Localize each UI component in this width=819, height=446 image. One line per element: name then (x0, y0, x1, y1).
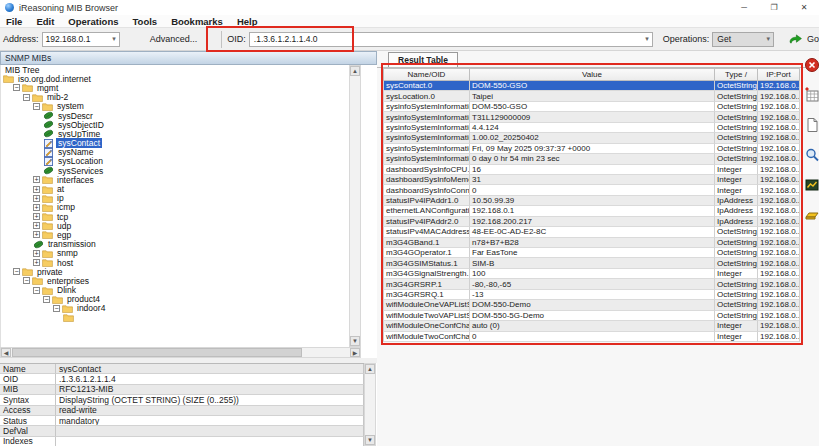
result-row-dashboardsysinfoconnecti-[interactable]: dashboardSysInfoConnecti...0Integer192.1… (383, 185, 800, 195)
result-row-sysinfosysteminformationf-[interactable]: sysinfoSystemInformationF...1.00.02_2025… (383, 133, 800, 143)
result-row-m3g4grsrq-1[interactable]: m3G4GRSRQ.1-13OctetString192.168.0... (383, 290, 800, 300)
properties-vertical-scrollbar[interactable]: ▲ ▼ (364, 363, 376, 446)
minimize-button[interactable]: ─ (729, 0, 759, 15)
expand-icon[interactable]: + (33, 213, 40, 220)
chevron-down-icon[interactable]: ▾ (766, 35, 773, 43)
result-row-statusipv4macaddress2-0[interactable]: statusIPv4MACAddress2.048-EE-0C-AD-E2-8C… (383, 227, 800, 237)
result-row-syslocation-0[interactable]: sysLocation.0TaipeiOctetString192.168.0.… (383, 91, 800, 101)
menu-operations[interactable]: Operations (68, 16, 118, 27)
collapse-icon[interactable]: − (13, 84, 20, 91)
tree-node-sysobjectid[interactable]: sysObjectID (1, 120, 349, 129)
result-row-statusipv4ipaddr1-0[interactable]: statusIPv4IPAddr1.010.50.99.39IpAddress1… (383, 196, 800, 206)
document-icon[interactable] (804, 117, 819, 133)
tree-node-partial[interactable] (1, 313, 349, 322)
result-row-dashboardsysinfomemory-0[interactable]: dashboardSysInfoMemory.031Integer192.168… (383, 175, 800, 185)
address-combobox[interactable]: 192.168.0.1 ▾ (42, 32, 120, 47)
scrollbar-thumb[interactable] (12, 348, 302, 357)
delete-icon[interactable] (804, 57, 819, 73)
menu-bookmarks[interactable]: Bookmarks (171, 16, 223, 27)
collapse-icon[interactable]: − (23, 94, 30, 101)
collapse-icon[interactable]: − (13, 268, 20, 275)
result-row-wifimoduleoneconfchann-[interactable]: wifiModuleOneConfChann...auto (0)Integer… (383, 321, 800, 331)
result-row-m3g4gsignalstrength-1[interactable]: m3G4GSignalStrength.1100Integer192.168.0… (383, 269, 800, 279)
chevron-down-icon[interactable]: ▾ (112, 35, 119, 43)
menu-help[interactable]: Help (237, 16, 258, 27)
scroll-right-icon[interactable]: ▶ (350, 348, 360, 357)
tree-node-sysuptime[interactable]: sysUpTime (1, 129, 349, 138)
collapse-icon[interactable]: − (43, 296, 50, 303)
tree-node-snmp[interactable]: +snmp (1, 249, 349, 258)
result-row-wifimoduletwovaplistss-[interactable]: wifiModuleTwoVAPListSS...DOM-550-5G-Demo… (383, 311, 800, 321)
result-row-syscontact-0[interactable]: sysContact.0DOM-550-GSOOctetString192.16… (383, 81, 800, 91)
tab-result-table[interactable]: Result Table (388, 52, 458, 67)
collapse-icon[interactable]: − (33, 287, 40, 294)
result-row-sysinfosysteminformations-[interactable]: sysinfoSystemInformationS...Fri, 09 May … (383, 144, 800, 154)
column-header-type-[interactable]: Type / (715, 68, 758, 81)
search-icon[interactable] (804, 147, 819, 163)
column-header-name-oid[interactable]: Name/OID (383, 68, 470, 81)
menu-tools[interactable]: Tools (132, 16, 157, 27)
tree-node-icmp[interactable]: +icmp (1, 203, 349, 212)
tree-node-at[interactable]: +at (1, 184, 349, 193)
tree-node-indoor4[interactable]: −indoor4 (1, 304, 349, 313)
tree-node-system[interactable]: −system (1, 102, 349, 111)
result-row-m3g4goperator-1[interactable]: m3G4GOperator.1Far EasToneOctetString192… (383, 248, 800, 258)
menu-file[interactable]: File (6, 16, 22, 27)
tree-node-interfaces[interactable]: +interfaces (1, 175, 349, 184)
advanced-button[interactable]: Advanced... (142, 32, 206, 46)
tree-node-syslocation[interactable]: sysLocation (1, 157, 349, 166)
tree-node-dlink[interactable]: −Dlink (1, 286, 349, 295)
tree-horizontal-scrollbar[interactable]: ◀ ▶ (0, 347, 361, 358)
result-row-m3g4gband-1[interactable]: m3G4GBand.1n78+B7+B28OctetString192.168.… (383, 238, 800, 248)
scroll-down-icon[interactable]: ▼ (365, 435, 375, 445)
expand-icon[interactable]: + (33, 204, 40, 211)
tree-node-mib-2[interactable]: −mib-2 (1, 93, 349, 102)
result-row-sysinfosysteminformation-[interactable]: sysinfoSystemInformation...DOM-550-GSOOc… (383, 102, 800, 112)
collapse-icon[interactable]: − (23, 277, 30, 284)
result-row-sysinfosysteminformation-[interactable]: sysinfoSystemInformation...4.4.124OctetS… (383, 123, 800, 133)
tree-node-sysname[interactable]: sysName (1, 148, 349, 157)
scroll-left-icon[interactable]: ◀ (1, 348, 11, 357)
expand-icon[interactable]: + (33, 195, 40, 202)
go-button[interactable]: Go (788, 34, 819, 45)
expand-icon[interactable]: + (33, 186, 40, 193)
expand-icon[interactable]: + (33, 259, 40, 266)
export-icon[interactable] (804, 207, 819, 223)
result-row-ethernetlanconfiguration-[interactable]: ethernetLANConfiguration...192.168.0.1Ip… (383, 206, 800, 216)
result-row-sysinfosysteminformation-[interactable]: sysinfoSystemInformation...T31L129000009… (383, 112, 800, 122)
chevron-down-icon[interactable]: ▾ (645, 35, 652, 43)
operations-combobox[interactable]: Get ▾ (712, 32, 774, 47)
menu-edit[interactable]: Edit (36, 16, 54, 27)
tree-node-ip[interactable]: +ip (1, 194, 349, 203)
tree-node-transmission[interactable]: transmission (1, 240, 349, 249)
scroll-up-icon[interactable]: ▲ (365, 364, 375, 374)
column-header-ip-port[interactable]: IP:Port (758, 68, 800, 81)
close-button[interactable]: ✕ (789, 0, 819, 15)
expand-icon[interactable]: + (33, 176, 40, 183)
column-header-value[interactable]: Value (470, 68, 715, 81)
tree-vertical-scrollbar[interactable]: ▲ ▼ (349, 65, 361, 347)
expand-icon[interactable]: + (33, 222, 40, 229)
result-row-statusipv4ipaddr2-0[interactable]: statusIPv4IPAddr2.0192.168.200.217IpAddr… (383, 217, 800, 227)
expand-icon[interactable]: + (33, 250, 40, 257)
collapse-icon[interactable]: − (33, 103, 40, 110)
result-row-m3g4gsimstatus-1[interactable]: m3G4GSIMStatus.1SIM-BOctetString192.168.… (383, 258, 800, 268)
tree-node-tcp[interactable]: +tcp (1, 212, 349, 221)
tree-node-sysdescr[interactable]: sysDescr (1, 111, 349, 120)
result-row-dashboardsysinfocpu-0[interactable]: dashboardSysInfoCPU.016Integer192.168.0.… (383, 165, 800, 175)
graph-icon[interactable] (804, 177, 819, 193)
tree-node-product4[interactable]: −product4 (1, 295, 349, 304)
oid-input[interactable]: .1.3.6.1.2.1.1.4.0 ▾ (249, 32, 653, 47)
tree-node-enterprises[interactable]: −enterprises (1, 276, 349, 285)
expand-icon[interactable]: + (33, 231, 40, 238)
tree-node-udp[interactable]: +udp (1, 221, 349, 230)
result-row-wifimoduleonevaplistssi-[interactable]: wifiModuleOneVAPListSSI...DOM-550-DemoOc… (383, 300, 800, 310)
result-row-m3g4grsrp-1[interactable]: m3G4GRSRP.1-80,-80,-65OctetString192.168… (383, 279, 800, 289)
maximize-button[interactable]: ❐ (759, 0, 789, 15)
add-table-icon[interactable] (804, 87, 819, 103)
collapse-icon[interactable]: − (53, 305, 60, 312)
tree-node-syscontact[interactable]: sysContact (1, 139, 349, 148)
scroll-up-icon[interactable]: ▲ (350, 66, 360, 76)
result-row-sysinfosysteminformation-[interactable]: sysinfoSystemInformation...0 day 0 hr 54… (383, 154, 800, 164)
result-row-wifimoduletwoconfchan-[interactable]: wifiModuleTwoConfChan...0Integer192.168.… (383, 332, 800, 342)
